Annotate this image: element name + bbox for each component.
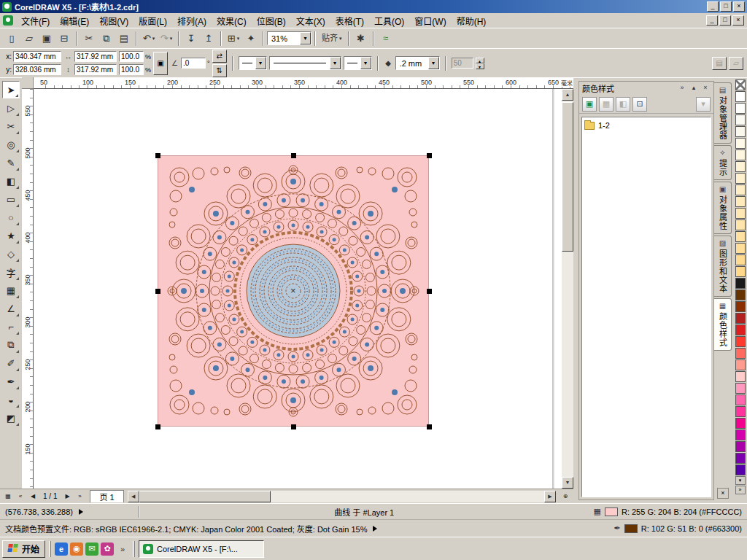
menu-item-2[interactable]: 视图(V): [94, 12, 133, 29]
text-tool[interactable]: 字: [2, 263, 20, 281]
crop-tool[interactable]: ✂: [2, 117, 20, 135]
h-scroll-thumb[interactable]: [139, 491, 271, 502]
snap-to-button[interactable]: 贴齐▾: [319, 31, 345, 47]
import-button[interactable]: ↧: [182, 31, 200, 47]
palette-swatch[interactable]: [735, 79, 746, 90]
palette-swatch[interactable]: [735, 266, 746, 277]
fill-color-swatch[interactable]: [605, 508, 618, 516]
v-scroll-thumb[interactable]: [562, 102, 573, 252]
convert-to-curves-button[interactable]: ▱: [729, 57, 743, 70]
menu-item-3[interactable]: 版面(L): [133, 12, 172, 29]
palette-swatch[interactable]: [735, 406, 746, 417]
cut-button[interactable]: ✂: [80, 31, 98, 47]
palette-swatch[interactable]: [735, 429, 746, 440]
palette-swatch[interactable]: [735, 313, 746, 324]
palette-swatch[interactable]: [735, 231, 746, 242]
palette-swatch[interactable]: [735, 394, 746, 405]
start-arrowhead-combo[interactable]: ▾: [239, 56, 267, 70]
palette-flyout-button[interactable]: »: [735, 486, 746, 494]
new-child-color-button[interactable]: ▦: [599, 97, 614, 112]
object-y-input[interactable]: [13, 64, 61, 75]
open-button[interactable]: ▱: [20, 31, 38, 47]
new-color-style-button[interactable]: ▣: [582, 97, 597, 112]
color-styles-list[interactable]: 1-2: [581, 117, 711, 497]
palette-swatch[interactable]: [735, 359, 746, 370]
docker-pin-button[interactable]: ▴: [689, 83, 699, 93]
table-tool[interactable]: ▦: [2, 281, 20, 299]
redo-button[interactable]: ↷▾: [158, 31, 175, 47]
opacity-stepper[interactable]: ▴▾: [476, 58, 484, 69]
palette-swatch[interactable]: [735, 453, 746, 464]
palette-swatch[interactable]: [735, 149, 746, 160]
first-page-button[interactable]: «: [15, 491, 26, 502]
end-arrowhead-combo[interactable]: ▾: [344, 56, 372, 70]
fill-tool[interactable]: ◒: [2, 391, 20, 408]
selection-handle[interactable]: [427, 424, 432, 429]
palette-swatch[interactable]: [735, 348, 746, 359]
horizontal-ruler[interactable]: 毫米 5010015020025030035040045050055060065…: [34, 77, 573, 89]
palette-swatch[interactable]: [735, 464, 746, 475]
new-document-button[interactable]: ▯: [3, 31, 20, 47]
ellipse-tool[interactable]: ○: [2, 209, 20, 226]
interactive-fill-tool[interactable]: ◩: [2, 409, 20, 427]
export-button[interactable]: ↥: [200, 31, 217, 47]
dimension-tool[interactable]: ∠: [2, 300, 20, 317]
paste-button[interactable]: ▤: [115, 31, 133, 47]
polygon-tool[interactable]: ★: [2, 227, 20, 244]
options-button[interactable]: ✱: [352, 31, 370, 47]
palette-swatch[interactable]: [735, 138, 746, 149]
smart-fill-tool[interactable]: ◧: [2, 172, 20, 190]
page-sorter-button[interactable]: ▦: [2, 491, 14, 502]
start-button[interactable]: 开始: [2, 540, 45, 558]
quick-launch-overflow-icon[interactable]: »: [116, 542, 129, 556]
doc-minimize-button[interactable]: _: [706, 15, 718, 26]
opacity-input[interactable]: [452, 58, 473, 69]
tree-item[interactable]: 1-2: [584, 120, 708, 131]
menu-item-9[interactable]: 工具(O): [369, 12, 409, 29]
scroll-up-button[interactable]: ▲: [562, 89, 573, 101]
palette-swatch[interactable]: [735, 383, 746, 394]
selected-artwork[interactable]: ×: [158, 155, 429, 427]
palette-swatch[interactable]: [735, 161, 746, 172]
menu-item-10[interactable]: 窗口(W): [409, 12, 451, 29]
flyout-arrow-icon[interactable]: [373, 526, 377, 532]
doc-restore-button[interactable]: □: [719, 15, 731, 26]
object-width-input[interactable]: [74, 51, 117, 62]
document-palette-icon[interactable]: ▦: [594, 507, 601, 516]
docker-chevron-button[interactable]: »: [677, 83, 687, 93]
menu-item-4[interactable]: 排列(A): [172, 12, 212, 29]
docker-close-button[interactable]: ×: [700, 83, 711, 93]
mirror-horizontal-button[interactable]: ⇄: [212, 50, 227, 63]
welcome-screen-button[interactable]: ✦: [242, 31, 260, 47]
zoom-level-combo[interactable]: 31%▾: [267, 31, 311, 45]
palette-swatch[interactable]: [735, 126, 746, 137]
freehand-tool[interactable]: ✎: [2, 154, 20, 171]
palette-swatch[interactable]: [735, 243, 746, 254]
palette-swatch[interactable]: [735, 254, 746, 265]
palette-swatch[interactable]: [735, 196, 746, 207]
basic-shapes-tool[interactable]: ◇: [2, 245, 20, 262]
ruler-origin-box[interactable]: [22, 77, 34, 89]
selection-handle[interactable]: [155, 289, 160, 294]
menu-item-6[interactable]: 位图(B): [252, 12, 291, 29]
palette-swatch[interactable]: [735, 208, 746, 219]
menu-item-5[interactable]: 效果(C): [212, 12, 252, 29]
vertical-scrollbar[interactable]: ▲ ▼: [562, 89, 573, 489]
wrap-text-button[interactable]: ▤: [712, 57, 727, 70]
outline-width-combo[interactable]: .2 mm▾: [395, 56, 440, 70]
menu-item-1[interactable]: 编辑(E): [55, 12, 94, 29]
selection-handle[interactable]: [427, 289, 432, 294]
quick-launch-ie-icon[interactable]: e: [55, 542, 68, 556]
last-page-button[interactable]: »: [74, 491, 85, 502]
palette-swatch[interactable]: [735, 103, 746, 114]
rectangle-tool[interactable]: ▭: [2, 190, 20, 208]
close-button[interactable]: ×: [733, 1, 745, 12]
scroll-right-button[interactable]: ▶: [544, 491, 556, 502]
vertical-ruler[interactable]: 550500450400350300250200150: [22, 89, 34, 489]
quick-pan-button[interactable]: ⊕: [560, 491, 571, 502]
palette-swatch[interactable]: [735, 173, 746, 184]
blend-tool[interactable]: ⧉: [2, 336, 20, 354]
save-button[interactable]: ▣: [38, 31, 55, 47]
taskbar-task-coreldraw[interactable]: CorelDRAW X5 - [F:\...: [139, 540, 264, 558]
selection-handle[interactable]: [291, 153, 296, 158]
